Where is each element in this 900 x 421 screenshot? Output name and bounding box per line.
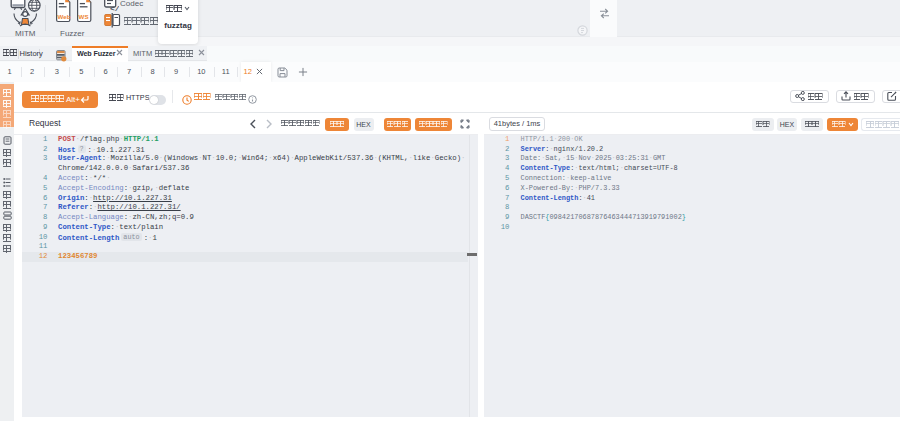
svg-text:</>: </> xyxy=(110,4,119,12)
svg-text:WS: WS xyxy=(79,13,89,20)
svg-text:Web: Web xyxy=(58,13,71,20)
